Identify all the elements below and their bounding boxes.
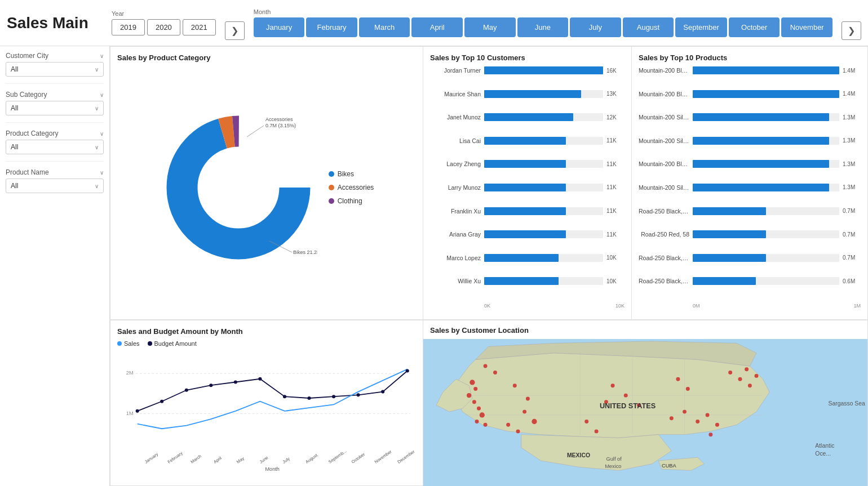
- product-bar-track: [693, 184, 839, 191]
- svg-point-70: [708, 433, 712, 436]
- bikes-color-dot: [329, 171, 334, 177]
- svg-point-46: [513, 384, 517, 387]
- customer-bar-label: Marco Lopez: [430, 255, 481, 261]
- customer-bar-label: Lisa Cai: [430, 137, 481, 144]
- product-name-dropdown-icon: ∨: [95, 183, 99, 189]
- svg-text:Sargasso Sea: Sargasso Sea: [828, 400, 865, 407]
- year-buttons: 2019 2020 2021: [112, 19, 216, 35]
- month-may-button[interactable]: May: [464, 17, 516, 37]
- sub-category-select[interactable]: All ∨: [6, 101, 104, 115]
- content-area: Sales by Product Category Bikes 21.2M (9…: [110, 46, 868, 486]
- map-svg: UNITED STATES MEXICO CUBA Sargasso Sea A…: [423, 339, 867, 486]
- budget-data-point: [406, 369, 409, 372]
- product-bar-row: Mountain-200 Bla... 1.4M: [639, 66, 861, 74]
- products-bar-chart: Mountain-200 Bla... 1.4M Mountain-200 Bl…: [639, 66, 861, 309]
- product-bar-value: 0.7M: [843, 255, 861, 261]
- map-chart-panel: Sales by Customer Location: [423, 320, 868, 486]
- sub-category-filter: Sub Category ∨ All ∨: [6, 91, 104, 115]
- product-bar-fill: [693, 184, 829, 191]
- product-bar-label: Mountain-200 Bla...: [639, 67, 689, 74]
- customer-bar-row: Larry Munoz 11K: [430, 184, 625, 191]
- customer-bar-value: 10K: [606, 278, 625, 284]
- donut-chart-title: Sales by Product Category: [117, 53, 416, 62]
- customer-bar-label: Lacey Zheng: [430, 160, 481, 167]
- month-jan-button[interactable]: January: [254, 17, 305, 37]
- svg-point-38: [467, 393, 471, 398]
- customer-bar-track: [484, 277, 603, 285]
- month-sep-button[interactable]: September: [675, 17, 727, 37]
- budget-data-point: [160, 400, 163, 403]
- month-jun-button[interactable]: June: [517, 17, 569, 37]
- product-bar-track: [693, 207, 839, 215]
- svg-point-58: [670, 416, 674, 420]
- product-bar-track: [693, 160, 839, 168]
- product-bar-track: [693, 113, 839, 121]
- customer-bar-row: Lacey Zheng 11K: [430, 160, 625, 168]
- month-jul-button[interactable]: July: [570, 17, 621, 37]
- main-content: Customer City ∨ All ∨ Sub Category ∨ All…: [0, 46, 868, 486]
- svg-text:Gulf of: Gulf of: [606, 456, 622, 462]
- sales-legend-label: Sales: [124, 340, 140, 347]
- month-mar-button[interactable]: March: [359, 17, 410, 37]
- product-bar-track: [693, 254, 839, 262]
- product-bar-fill: [693, 254, 766, 262]
- svg-point-56: [584, 420, 588, 423]
- customer-bar-row: Marco Lopez 10K: [430, 254, 625, 262]
- product-bar-label: Mountain-200 Silv...: [639, 114, 689, 121]
- svg-text:May: May: [236, 456, 245, 465]
- budget-data-point: [332, 395, 335, 398]
- customer-bar-fill: [484, 66, 603, 74]
- customer-bar-label: Larry Munoz: [430, 184, 481, 191]
- customer-bar-fill: [484, 90, 581, 98]
- product-bar-track: [693, 137, 839, 145]
- svg-point-62: [715, 423, 719, 427]
- product-category-select[interactable]: All ∨: [6, 140, 104, 154]
- svg-point-49: [532, 419, 537, 424]
- month-apr-button[interactable]: April: [411, 17, 463, 37]
- month-nov-button[interactable]: November: [781, 17, 832, 37]
- customer-bar-row: Ariana Gray 11K: [430, 230, 625, 238]
- month-aug-button[interactable]: August: [623, 17, 674, 37]
- svg-text:Bikes 21.2M (95.32%): Bikes 21.2M (95.32%): [293, 249, 317, 255]
- customers-bar-chart: Jordan Turner 16K Maurice Shan 13K Janet…: [430, 66, 625, 309]
- product-bar-value: 1.3M: [843, 184, 861, 190]
- month-oct-button[interactable]: October: [729, 17, 780, 37]
- budget-data-point: [381, 390, 384, 394]
- customer-bar-track: [484, 113, 603, 121]
- svg-text:March: March: [189, 453, 202, 465]
- accessories-color-dot: [329, 185, 334, 190]
- year-nav-next[interactable]: ❯: [225, 21, 245, 40]
- month-feb-button[interactable]: February: [306, 17, 357, 37]
- month-buttons: January February March April May June Ju…: [254, 17, 832, 37]
- customer-bar-value: 10K: [606, 255, 625, 261]
- budget-legend-label: Budget Amount: [154, 340, 197, 347]
- svg-point-45: [493, 371, 497, 374]
- customer-city-select[interactable]: All ∨: [6, 62, 104, 77]
- product-bar-value: 0.7M: [843, 231, 861, 238]
- svg-text:Month: Month: [265, 466, 279, 472]
- customer-bar-value: 11K: [606, 161, 625, 167]
- svg-point-42: [475, 420, 479, 423]
- customer-city-label: Customer City: [6, 52, 48, 60]
- svg-text:Accessories: Accessories: [265, 117, 293, 122]
- year-2019-button[interactable]: 2019: [112, 19, 145, 35]
- month-nav-next[interactable]: ❯: [842, 21, 861, 40]
- customer-bar-value: 11K: [606, 231, 625, 238]
- year-2021-button[interactable]: 2021: [183, 19, 216, 35]
- svg-line-5: [247, 126, 264, 137]
- budget-legend: Budget Amount: [148, 340, 197, 347]
- customer-bar-fill: [484, 254, 559, 262]
- customer-bar-row: Franklin Xu 11K: [430, 207, 625, 215]
- product-bar-label: Road-250 Red, 58: [639, 231, 689, 238]
- year-2020-button[interactable]: 2020: [147, 19, 180, 35]
- sidebar: Customer City ∨ All ∨ Sub Category ∨ All…: [0, 46, 110, 486]
- product-name-select[interactable]: All ∨: [6, 179, 104, 193]
- customer-city-filter: Customer City ∨ All ∨: [6, 52, 104, 77]
- product-bar-row: Road-250 Red, 58 0.7M: [639, 230, 861, 238]
- donut-chart-container: Bikes 21.2M (95.32%) Accessories 0.7M (3…: [117, 66, 416, 309]
- customer-bar-row: Janet Munoz 12K: [430, 113, 625, 121]
- sales-dot: [117, 341, 122, 346]
- customer-bar-label: Ariana Gray: [430, 231, 481, 238]
- customer-bar-value: 16K: [606, 68, 625, 74]
- customer-bar-label: Jordan Turner: [430, 67, 481, 74]
